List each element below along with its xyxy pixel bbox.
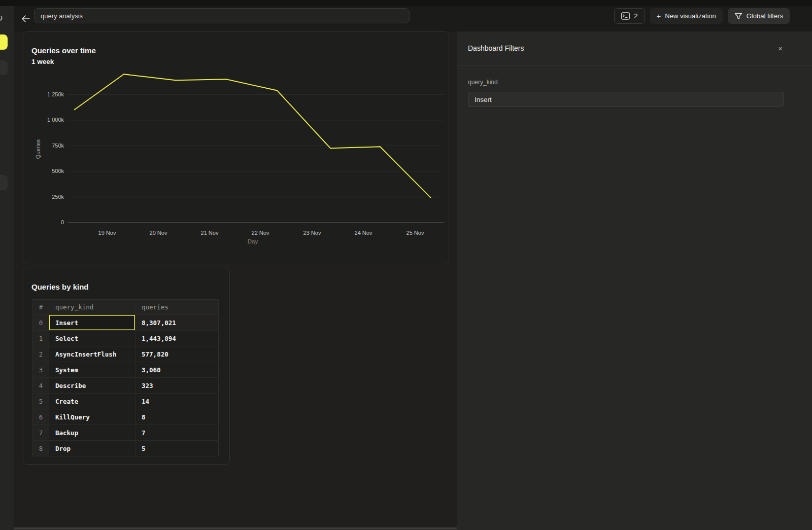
refresh-icon[interactable]: ↻	[0, 13, 3, 24]
x-tick-label: 23 Nov	[303, 230, 321, 236]
x-tick-label: 24 Nov	[355, 230, 373, 236]
global-filters-button[interactable]: Global filters	[728, 8, 790, 24]
cell-queries[interactable]: 577,820	[136, 346, 219, 362]
cell-queries[interactable]: 5	[136, 441, 219, 456]
table-row: 5Create14	[33, 394, 219, 409]
cell-queries[interactable]: 14	[136, 394, 219, 409]
row-index: 5	[33, 394, 49, 409]
arrow-left-icon	[21, 15, 30, 22]
cell-queries[interactable]: 8	[136, 409, 219, 425]
cell-query-kind[interactable]: Create	[49, 394, 136, 409]
row-index: 0	[33, 315, 49, 331]
query-kind-filter-input[interactable]	[468, 92, 784, 107]
window-top-edge	[0, 0, 812, 6]
sidebar: ↻	[0, 6, 14, 530]
panel-title: Dashboard Filters	[468, 44, 524, 52]
table-row: 4Describe323	[33, 378, 219, 394]
x-tick-label: 25 Nov	[407, 230, 424, 236]
console-tabs-button[interactable]: 2	[614, 8, 645, 24]
cell-queries[interactable]: 323	[136, 378, 219, 394]
cell-query-kind[interactable]: Insert	[49, 315, 136, 331]
y-tick-label: 0	[61, 219, 64, 225]
table-row: 2AsyncInsertFlush577,820	[33, 346, 219, 362]
y-tick-label: 500k	[52, 168, 64, 174]
table-wrap: #query_kindqueries 0Insert8,307,0211Sele…	[32, 299, 219, 456]
app-root: ↻ 2 + New visualization	[0, 0, 812, 530]
panel-body: query_kind	[457, 65, 812, 107]
queries-by-kind-card: Queries by kind #query_kindqueries 0Inse…	[23, 268, 230, 465]
console-icon	[621, 12, 630, 20]
table-row: 0Insert8,307,021	[33, 315, 219, 331]
queries-over-time-line-chart: 0250k500k750k1 000k1 250k19 Nov20 Nov21 …	[23, 32, 450, 264]
cell-query-kind[interactable]: Describe	[49, 378, 136, 394]
cell-query-kind[interactable]: Select	[49, 331, 136, 346]
column-header-index: #	[33, 300, 49, 315]
new-visualization-button[interactable]: + New visualization	[650, 8, 723, 24]
row-index: 3	[33, 362, 49, 378]
cell-queries[interactable]: 7	[136, 425, 219, 441]
new-visualization-label: New visualization	[665, 12, 716, 20]
topbar-actions: 2 + New visualization Global filters	[614, 8, 790, 24]
x-tick-label: 22 Nov	[252, 230, 269, 236]
table-header-row: #query_kindqueries	[33, 300, 219, 315]
dashboard-title-input[interactable]	[34, 8, 410, 23]
cell-query-kind[interactable]: Backup	[49, 425, 136, 441]
row-index: 6	[33, 409, 49, 425]
row-index: 8	[33, 441, 49, 456]
filter-funnel-icon	[734, 13, 742, 20]
chart-subtitle: 1 week	[31, 58, 449, 65]
table-title: Queries by kind	[31, 282, 229, 291]
column-header-query_kind: query_kind	[49, 300, 136, 315]
plus-icon: +	[657, 12, 661, 20]
table-row: 6KillQuery8	[33, 409, 219, 425]
dashboard-canvas: Queries over time 1 week 0250k500k750k1 …	[14, 31, 457, 530]
cell-query-kind[interactable]: System	[49, 362, 136, 378]
table-row: 3System3,060	[33, 362, 219, 378]
cell-queries[interactable]: 8,307,021	[136, 315, 219, 331]
chart-title: Queries over time	[31, 46, 449, 55]
x-tick-label: 21 Nov	[201, 230, 219, 236]
cell-query-kind[interactable]: Drop	[49, 441, 136, 456]
row-index: 1	[33, 331, 49, 346]
cell-queries[interactable]: 1,443,894	[136, 331, 219, 346]
sidebar-item[interactable]	[0, 175, 8, 190]
y-tick-label: 1 250k	[47, 91, 64, 97]
row-index: 2	[33, 346, 49, 362]
series-line-queries	[74, 74, 431, 198]
dashboard-filters-panel: Dashboard Filters × query_kind	[457, 31, 812, 530]
row-index: 7	[33, 425, 49, 441]
x-tick-label: 19 Nov	[98, 230, 116, 236]
table-row: 8Drop5	[33, 441, 219, 456]
x-axis-title: Day	[248, 238, 258, 244]
y-tick-label: 1 000k	[47, 117, 64, 123]
topbar: 2 + New visualization Global filters	[14, 6, 812, 31]
cell-query-kind[interactable]: KillQuery	[49, 409, 136, 425]
back-button[interactable]	[18, 11, 33, 26]
sidebar-item-active[interactable]	[0, 34, 8, 50]
table-row: 7Backup7	[33, 425, 219, 441]
query-kind-filter-label: query_kind	[468, 79, 784, 86]
queries-by-kind-table: #query_kindqueries 0Insert8,307,0211Sele…	[32, 299, 219, 456]
table-row: 1Select1,443,894	[33, 331, 219, 346]
cell-queries[interactable]: 3,060	[136, 362, 219, 378]
y-tick-label: 750k	[52, 143, 64, 149]
y-tick-label: 250k	[52, 194, 64, 200]
queries-over-time-card: Queries over time 1 week 0250k500k750k1 …	[23, 31, 449, 263]
x-tick-label: 20 Nov	[150, 230, 167, 236]
global-filters-label: Global filters	[747, 12, 783, 20]
panel-header: Dashboard Filters ×	[457, 31, 812, 65]
row-index: 4	[33, 378, 49, 394]
tab-count: 2	[634, 12, 637, 20]
cell-query-kind[interactable]: AsyncInsertFlush	[49, 346, 136, 362]
sidebar-item[interactable]	[0, 60, 8, 75]
close-panel-button[interactable]: ×	[777, 44, 784, 53]
y-axis-title: Queries	[35, 139, 41, 159]
column-header-queries: queries	[136, 300, 219, 315]
